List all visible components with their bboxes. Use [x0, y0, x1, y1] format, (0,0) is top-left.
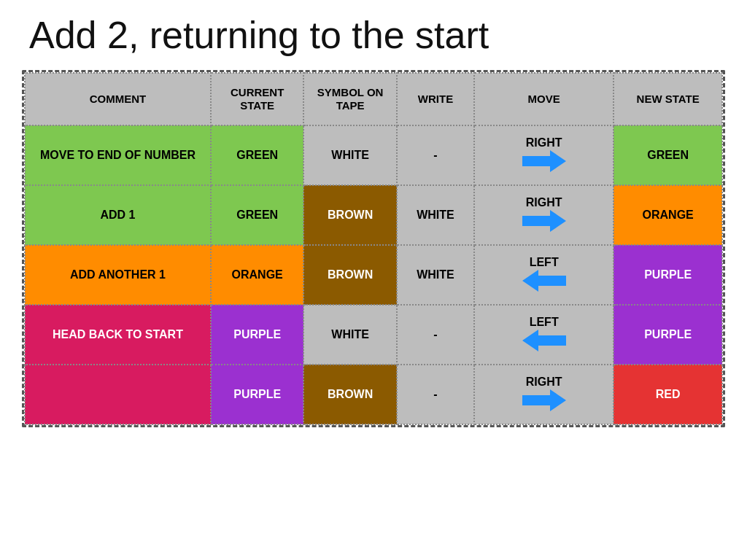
row5-move: RIGHT	[474, 365, 614, 424]
header-move: MOVE	[474, 73, 614, 125]
row3-write: WHITE	[397, 245, 474, 305]
row1-current-state: GREEN	[211, 125, 303, 185]
row5-symbol: BROWN	[303, 365, 396, 424]
svg-marker-1	[522, 210, 566, 232]
right-arrow-icon	[522, 389, 566, 411]
table-header-row: COMMENT CURRENT STATE SYMBOL ON TAPE WRI…	[25, 73, 722, 125]
row5-write: -	[397, 365, 474, 424]
turing-table: COMMENT CURRENT STATE SYMBOL ON TAPE WRI…	[24, 72, 723, 425]
row2-symbol: BROWN	[303, 185, 396, 245]
svg-marker-3	[522, 330, 566, 351]
row2-current-state: GREEN	[211, 185, 303, 245]
page-title: Add 2, returning to the start	[0, 0, 747, 64]
row2-new-state: ORANGE	[614, 185, 722, 245]
row4-current-state: PURPLE	[211, 305, 303, 365]
left-arrow-icon	[522, 330, 566, 351]
row2-move-label: RIGHT	[526, 196, 562, 209]
row4-move-label: LEFT	[530, 316, 559, 328]
row3-move: LEFT	[474, 245, 614, 305]
row3-current-state: ORANGE	[211, 245, 303, 305]
row2-comment: ADD 1	[25, 185, 211, 245]
header-symbol-on-tape: SYMBOL ON TAPE	[303, 73, 396, 125]
row4-comment: HEAD BACK TO START	[25, 305, 211, 365]
right-arrow-icon	[522, 210, 566, 232]
row1-write: -	[397, 125, 474, 185]
table-row: ADD 1 GREEN BROWN WHITE RIGHT ORANGE	[25, 185, 722, 245]
right-arrow-icon	[522, 150, 566, 172]
table-row: MOVE TO END OF NUMBER GREEN WHITE - RIGH…	[25, 125, 722, 185]
row4-move: LEFT	[474, 305, 614, 365]
row1-move-label: RIGHT	[526, 136, 562, 149]
table-row: HEAD BACK TO START PURPLE WHITE - LEFT P…	[25, 305, 722, 365]
header-new-state: NEW STATE	[614, 73, 722, 125]
main-table-wrapper: COMMENT CURRENT STATE SYMBOL ON TAPE WRI…	[22, 70, 725, 427]
svg-marker-4	[522, 389, 566, 411]
row1-comment: MOVE TO END OF NUMBER	[25, 125, 211, 185]
row3-move-label: LEFT	[530, 256, 559, 268]
row1-new-state: GREEN	[614, 125, 722, 185]
row5-new-state: RED	[614, 365, 722, 424]
row5-current-state: PURPLE	[211, 365, 303, 424]
table-row: ADD ANOTHER 1 ORANGE BROWN WHITE LEFT PU…	[25, 245, 722, 305]
left-arrow-icon	[522, 270, 566, 292]
header-current-state: CURRENT STATE	[211, 73, 303, 125]
row3-symbol: BROWN	[303, 245, 396, 305]
row4-symbol: WHITE	[303, 305, 396, 365]
row5-move-label: RIGHT	[526, 376, 562, 388]
svg-marker-0	[522, 150, 566, 172]
row4-new-state: PURPLE	[614, 305, 722, 365]
row4-write: -	[397, 305, 474, 365]
header-comment: COMMENT	[25, 73, 211, 125]
row3-new-state: PURPLE	[614, 245, 722, 305]
row1-move: RIGHT	[474, 125, 614, 185]
svg-marker-2	[522, 270, 566, 292]
row3-comment: ADD ANOTHER 1	[25, 245, 211, 305]
row2-write: WHITE	[397, 185, 474, 245]
row2-move: RIGHT	[474, 185, 614, 245]
table-row: PURPLE BROWN - RIGHT RED	[25, 365, 722, 424]
row1-symbol: WHITE	[303, 125, 396, 185]
row5-comment	[25, 365, 211, 424]
header-write: WRITE	[397, 73, 474, 125]
